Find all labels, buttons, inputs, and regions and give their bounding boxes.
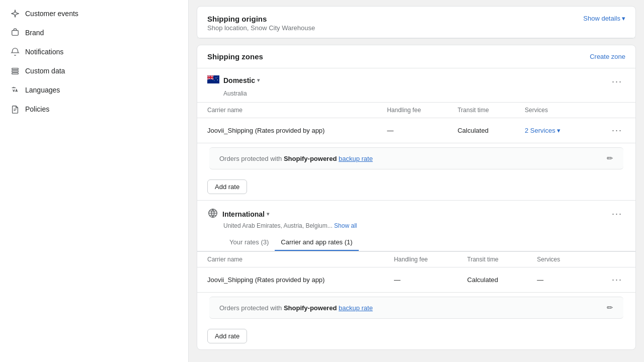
- international-zone-header: International ▾ ···: [197, 201, 635, 222]
- domestic-handling-fee: —: [377, 118, 447, 143]
- domestic-col-handling: Handling fee: [377, 103, 447, 118]
- svg-rect-2: [12, 70, 19, 72]
- intl-backup-rate: Orders protected with Shopify-powered ba…: [209, 297, 623, 319]
- domestic-carrier-name: Joovii_Shipping (Rates provided by app): [197, 118, 377, 143]
- show-details-label: Show details: [583, 15, 620, 22]
- australia-flag-icon: ★ ★ ★ ★: [207, 75, 219, 85]
- sidebar-item-policies[interactable]: Policies: [0, 100, 188, 119]
- intl-backup-rate-edit-button[interactable]: ✏: [607, 303, 613, 312]
- shipping-zones-header: Shipping zones Create zone: [197, 45, 635, 68]
- domestic-col-actions: [588, 103, 635, 118]
- sidebar: Customer events Brand Notifications: [0, 0, 189, 362]
- services-chevron-icon: ▾: [557, 127, 560, 134]
- sidebar-label-customer-events: Customer events: [25, 10, 78, 18]
- domestic-services-link[interactable]: 2 Services ▾: [525, 127, 578, 134]
- svg-rect-0: [12, 31, 19, 36]
- intl-add-rate-button[interactable]: Add rate: [207, 329, 247, 343]
- tab-your-rates[interactable]: Your rates (3): [223, 234, 275, 251]
- international-countries: United Arab Emirates, Austria, Belgium..…: [197, 222, 635, 234]
- shipping-zones-card: Shipping zones Create zone: [197, 45, 636, 350]
- create-zone-button[interactable]: Create zone: [590, 53, 625, 60]
- domestic-countries: Australia: [197, 90, 635, 102]
- international-tabs: Your rates (3) Carrier and app rates (1): [197, 234, 635, 251]
- sidebar-item-custom-data[interactable]: Custom data: [0, 61, 188, 80]
- intl-handling-fee: —: [384, 267, 457, 293]
- domestic-title-group: ★ ★ ★ ★ Domestic ▾: [207, 75, 260, 85]
- intl-col-handling: Handling fee: [384, 252, 457, 267]
- svg-rect-3: [12, 73, 19, 74]
- domestic-col-carrier: Carrier name: [197, 103, 377, 118]
- table-row: Joovii_Shipping (Rates provided by app) …: [197, 118, 635, 143]
- intl-carrier-name: Joovii_Shipping (Rates provided by app): [197, 267, 384, 293]
- international-title-group: International ▾: [207, 208, 269, 220]
- domestic-chevron-icon: ▾: [257, 77, 260, 83]
- international-more-options-button[interactable]: ···: [609, 208, 625, 220]
- domestic-transit-time: Calculated: [447, 118, 515, 143]
- domestic-backup-rate-edit-button[interactable]: ✏: [607, 154, 613, 163]
- domestic-col-services: Services: [515, 103, 588, 118]
- intl-col-services: Services: [527, 252, 586, 267]
- show-details-button[interactable]: Show details ▾: [583, 15, 625, 22]
- table-row: Joovii_Shipping (Rates provided by app) …: [197, 267, 635, 293]
- domestic-backup-rate-wrapper: Orders protected with Shopify-powered ba…: [197, 143, 635, 173]
- intl-col-carrier: Carrier name: [197, 252, 384, 267]
- sparkle-icon: [10, 9, 20, 19]
- intl-transit-time: Calculated: [457, 267, 527, 293]
- sidebar-label-custom-data: Custom data: [25, 67, 65, 75]
- domestic-backup-rate-link[interactable]: backup rate: [339, 155, 373, 162]
- domestic-zone-header: ★ ★ ★ ★ Domestic ▾ ···: [197, 68, 635, 90]
- domestic-zone: ★ ★ ★ ★ Domestic ▾ ··· Australia: [197, 68, 635, 200]
- domestic-services: 2 Services ▾: [515, 118, 588, 143]
- sidebar-label-brand: Brand: [25, 29, 44, 37]
- shipping-origins-title: Shipping origins: [207, 15, 315, 23]
- domestic-col-transit: Transit time: [447, 103, 515, 118]
- shipping-origins-title-group: Shipping origins Shop location, Snow Cit…: [207, 15, 315, 32]
- intl-col-transit: Transit time: [457, 252, 527, 267]
- sidebar-item-languages[interactable]: Languages: [0, 80, 188, 100]
- intl-backup-rate-text: Orders protected with Shopify-powered ba…: [219, 304, 373, 312]
- domestic-more-options-button[interactable]: ···: [609, 75, 625, 88]
- globe-icon: [207, 208, 218, 220]
- chevron-down-icon: ▾: [622, 15, 625, 22]
- shipping-origins-header: Shipping origins Shop location, Snow Cit…: [197, 7, 635, 38]
- international-show-all-link[interactable]: Show all: [334, 222, 357, 229]
- svg-text:★: ★: [215, 77, 217, 79]
- intl-backup-rate-link[interactable]: backup rate: [339, 304, 373, 312]
- main-content: Shipping origins Shop location, Snow Cit…: [189, 0, 644, 362]
- domestic-backup-rate-text: Orders protected with Shopify-powered ba…: [219, 155, 373, 162]
- languages-icon: [10, 85, 20, 95]
- svg-text:★: ★: [217, 79, 218, 81]
- sidebar-item-notifications[interactable]: Notifications: [0, 42, 188, 61]
- svg-rect-1: [12, 68, 19, 70]
- shipping-zones-title: Shipping zones: [207, 52, 263, 61]
- domestic-zone-name: Domestic ▾: [223, 76, 260, 84]
- intl-backup-rate-wrapper: Orders protected with Shopify-powered ba…: [197, 293, 635, 323]
- international-zone: International ▾ ··· United Arab Emirates…: [197, 200, 635, 349]
- intl-row-actions: ···: [586, 267, 635, 293]
- brand-icon: [10, 28, 20, 38]
- shipping-origins-subtitle: Shop location, Snow City Warehouse: [207, 24, 315, 32]
- domestic-backup-rate: Orders protected with Shopify-powered ba…: [209, 147, 623, 169]
- international-carrier-table: Carrier name Handling fee Transit time S…: [197, 251, 635, 293]
- domestic-add-rate-button[interactable]: Add rate: [207, 179, 247, 194]
- intl-row-more-button[interactable]: ···: [609, 274, 625, 286]
- sidebar-item-brand[interactable]: Brand: [0, 23, 188, 42]
- international-zone-name: International ▾: [222, 210, 269, 218]
- sidebar-label-languages: Languages: [25, 86, 60, 94]
- shipping-origins-card: Shipping origins Shop location, Snow Cit…: [197, 6, 636, 39]
- domestic-row-actions: ···: [588, 118, 635, 143]
- international-chevron-icon: ▾: [267, 211, 269, 217]
- intl-services: —: [527, 267, 586, 293]
- stack-icon: [10, 66, 20, 76]
- domestic-row-more-button[interactable]: ···: [609, 124, 625, 137]
- sidebar-item-customer-events[interactable]: Customer events: [0, 4, 188, 23]
- document-icon: [10, 104, 20, 114]
- bell-icon: [10, 47, 20, 57]
- tab-carrier-app-rates[interactable]: Carrier and app rates (1): [275, 234, 358, 251]
- sidebar-label-notifications: Notifications: [25, 48, 63, 56]
- domestic-carrier-table: Carrier name Handling fee Transit time S…: [197, 102, 635, 143]
- sidebar-label-policies: Policies: [25, 105, 49, 113]
- intl-col-actions: [586, 252, 635, 267]
